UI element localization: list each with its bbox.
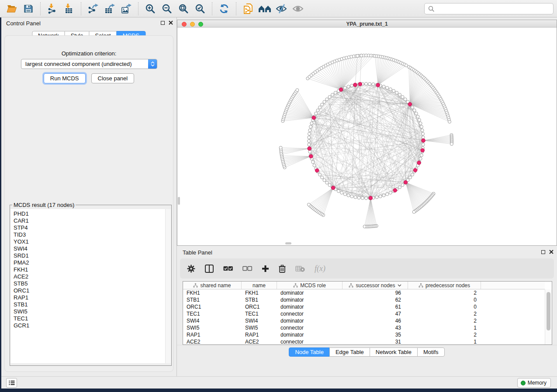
cell-name[interactable]: STB1	[242, 297, 277, 303]
cell-name[interactable]: FKH1	[242, 290, 277, 296]
mcds-hub-node[interactable]	[393, 189, 397, 193]
mcds-result-list[interactable]: PHD1CAR1STP4TID3YOX1SWI4SRD1PMA2FKH1ACE2…	[10, 209, 171, 363]
mcds-result-item[interactable]: ACE2	[10, 273, 171, 280]
column-header-successor-nodes[interactable]: successor nodes	[343, 282, 408, 289]
export-image-button[interactable]	[118, 2, 135, 16]
table-row[interactable]: SWI4SWI4dominator462	[183, 317, 545, 324]
cell-shared-name[interactable]: ORC1	[183, 304, 242, 310]
network-node[interactable]	[395, 91, 398, 94]
network-node[interactable]	[398, 93, 401, 96]
network-node[interactable]	[411, 106, 414, 109]
network-node[interactable]	[350, 84, 353, 87]
network-node[interactable]	[311, 161, 315, 164]
optimization-criterion-select[interactable]: largest connected component (undirected)	[21, 59, 157, 69]
close-panel-icon[interactable]	[169, 21, 173, 25]
close-panel-button[interactable]: Close panel	[91, 73, 135, 83]
network-node[interactable]	[357, 196, 360, 199]
network-node[interactable]	[347, 194, 350, 197]
mcds-result-item[interactable]: STB5	[10, 280, 171, 287]
cell-shared-name[interactable]: TEC1	[183, 311, 242, 317]
network-view[interactable]	[177, 28, 557, 245]
network-node[interactable]	[343, 193, 346, 196]
table-row[interactable]: TEC1TEC1connector472	[183, 310, 545, 317]
cell-predecessor-nodes[interactable]: 0	[408, 297, 481, 303]
mcds-hub-node[interactable]	[312, 116, 316, 120]
cell-successor-nodes[interactable]: 46	[343, 318, 408, 324]
mcds-hub-node[interactable]	[358, 82, 362, 86]
network-node[interactable]	[307, 203, 310, 206]
mcds-result-item[interactable]: ORC1	[10, 287, 171, 294]
network-node[interactable]	[328, 183, 331, 186]
network-node[interactable]	[361, 196, 364, 199]
cell-shared-name[interactable]: ACE2	[183, 339, 242, 345]
search-input[interactable]	[437, 6, 550, 12]
cell-name[interactable]: SWI5	[242, 325, 277, 331]
network-node[interactable]	[321, 176, 324, 179]
network-node[interactable]	[420, 125, 423, 128]
cell-predecessor-nodes[interactable]: 2	[408, 311, 481, 317]
column-header-predecessor-nodes[interactable]: predecessor nodes	[408, 282, 481, 289]
network-node[interactable]	[337, 189, 340, 193]
import-network-button[interactable]	[44, 2, 61, 16]
clone-network-button[interactable]	[240, 2, 256, 16]
table-scrollbar-track[interactable]	[545, 289, 552, 344]
network-node[interactable]	[398, 186, 401, 189]
network-node[interactable]	[325, 98, 329, 101]
cell-successor-nodes[interactable]: 61	[343, 304, 408, 310]
delete-columns-button[interactable]	[279, 265, 286, 273]
function-builder-button[interactable]: f(x)	[315, 264, 325, 273]
mcds-hub-node[interactable]	[309, 155, 313, 158]
mcds-list-scrollbar[interactable]	[165, 209, 171, 363]
network-node[interactable]	[386, 193, 389, 196]
network-node[interactable]	[323, 179, 326, 182]
cell-name[interactable]: TEC1	[242, 311, 277, 317]
network-node[interactable]	[413, 109, 416, 112]
cell-name[interactable]: SWI4	[242, 318, 277, 324]
network-node[interactable]	[416, 115, 419, 118]
network-node[interactable]	[316, 109, 319, 112]
cell-predecessor-nodes[interactable]: 1	[408, 325, 481, 331]
cell-predecessor-nodes[interactable]: 0	[408, 304, 481, 310]
network-node[interactable]	[340, 191, 343, 194]
network-node[interactable]	[356, 55, 359, 58]
network-node[interactable]	[318, 106, 322, 109]
network-node[interactable]	[368, 83, 371, 86]
cell-mcds-role[interactable]: dominator	[277, 332, 343, 338]
network-node[interactable]	[308, 136, 311, 139]
network-node[interactable]	[450, 142, 453, 145]
network-node[interactable]	[323, 100, 326, 103]
table-row[interactable]: STB1STB1dominator620	[183, 296, 545, 303]
mcds-result-item[interactable]: GCR1	[10, 322, 171, 329]
table-row[interactable]: FKH1FKH1dominator962	[183, 289, 545, 296]
mcds-hub-node[interactable]	[308, 147, 311, 151]
zoom-selected-button[interactable]	[192, 2, 208, 16]
network-node[interactable]	[310, 122, 313, 125]
cell-successor-nodes[interactable]: 96	[343, 290, 408, 296]
network-node[interactable]	[318, 173, 322, 176]
network-node[interactable]	[412, 210, 415, 213]
mcds-hub-node[interactable]	[376, 83, 380, 87]
network-node[interactable]	[308, 140, 311, 143]
network-node[interactable]	[331, 93, 334, 96]
mcds-hub-node[interactable]	[353, 83, 357, 87]
zoom-out-button[interactable]	[159, 2, 175, 16]
network-node[interactable]	[408, 176, 412, 179]
cell-mcds-role[interactable]: connector	[277, 339, 343, 345]
network-node[interactable]	[350, 195, 353, 198]
table-row[interactable]: SWI5SWI5connector431	[183, 324, 545, 331]
table-row[interactable]: ORC1ORC1dominator610	[183, 303, 545, 310]
deselect-all-columns-button[interactable]	[242, 266, 252, 271]
table-row[interactable]: ACE2ACE2connector311	[183, 338, 545, 345]
network-vertical-scrollbar[interactable]	[178, 197, 180, 205]
column-header-shared-name[interactable]: shared name	[183, 282, 242, 289]
mcds-result-item[interactable]: SWI5	[10, 308, 171, 315]
mcds-result-item[interactable]: SRD1	[10, 252, 171, 259]
network-node[interactable]	[419, 122, 422, 125]
open-file-button[interactable]	[3, 2, 20, 16]
cell-successor-nodes[interactable]: 43	[343, 325, 408, 331]
network-node[interactable]	[415, 112, 418, 115]
memory-button[interactable]: Memory	[517, 378, 551, 388]
network-node[interactable]	[389, 191, 392, 194]
import-table-button[interactable]	[61, 2, 77, 16]
show-panels-list-button[interactable]	[6, 378, 17, 388]
